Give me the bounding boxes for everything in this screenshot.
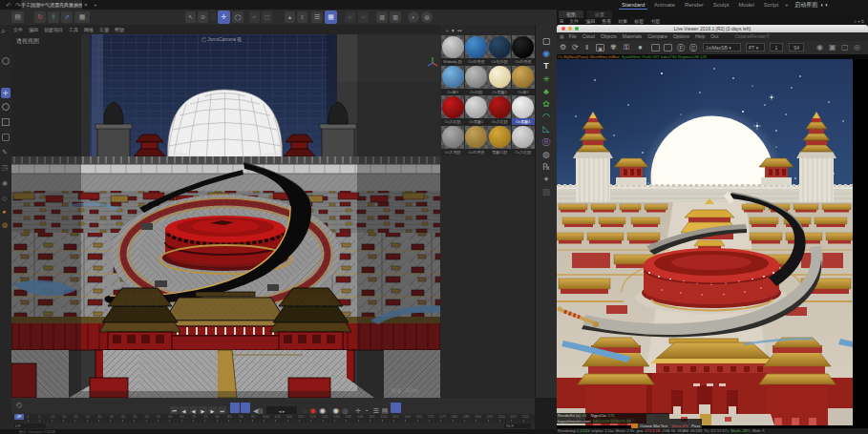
svg-text:已 JsmsCamera 视: 已 JsmsCamera 视	[201, 36, 242, 43]
svg-text:帧速 : 30 fps: 帧速 : 30 fps	[392, 387, 418, 393]
svg-text:透视视图: 透视视图	[16, 37, 39, 45]
